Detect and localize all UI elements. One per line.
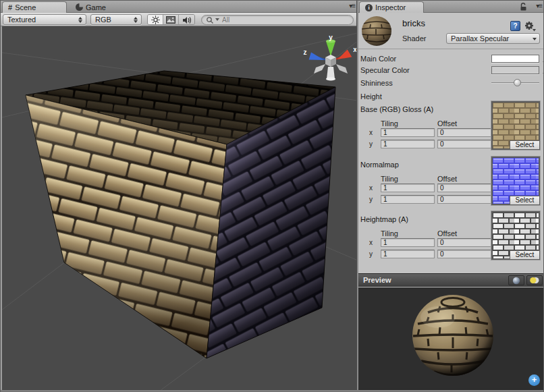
scene-search-field[interactable] <box>201 15 354 25</box>
scene-gizmo[interactable]: y x z <box>304 34 358 81</box>
image-icon <box>166 16 175 24</box>
chevron-down-icon <box>533 38 537 40</box>
shader-label: Shader <box>402 34 426 43</box>
specular-color-swatch[interactable] <box>491 66 539 74</box>
color-channels-dropdown[interactable]: RGB <box>90 14 142 25</box>
preview-header[interactable]: Preview <box>358 273 544 287</box>
tiling-x-input[interactable] <box>381 238 435 247</box>
preview-sphere <box>358 287 544 390</box>
select-texture-button[interactable]: Select <box>510 140 540 150</box>
inspector-panel: bricks Shader Parallax Specular ? Main C… <box>358 13 544 391</box>
offset-y-input[interactable] <box>437 195 492 204</box>
scene-toolbar: Textured RGB <box>1 13 358 26</box>
stepper-icon <box>78 17 83 24</box>
render-mode-dropdown[interactable]: Textured <box>3 14 86 25</box>
grid-icon: # <box>8 3 12 11</box>
texture-section-title: Heightmap (A) <box>360 215 408 223</box>
main-color-swatch[interactable] <box>491 55 539 63</box>
offset-x-input[interactable] <box>437 128 492 137</box>
tiling-x-input[interactable] <box>381 184 435 192</box>
render-mode-value: Textured <box>7 16 36 24</box>
scene-panel-menu-icon[interactable]: ▾≡ <box>349 2 355 9</box>
select-texture-button[interactable]: Select <box>510 250 540 260</box>
preview-title: Preview <box>363 276 391 284</box>
lighting-toggle-icon <box>529 277 540 284</box>
offset-x-input[interactable] <box>437 184 492 192</box>
tiling-header: Tiling <box>381 229 398 237</box>
search-icon <box>206 16 214 24</box>
plus-icon[interactable]: + <box>528 374 540 386</box>
color-channels-value: RGB <box>95 16 111 24</box>
gizmo-cube[interactable] <box>325 55 336 67</box>
x-axis-label: x <box>366 184 373 192</box>
panel-splitter[interactable] <box>356 1 358 392</box>
height-label: Height <box>360 91 382 102</box>
material-sphere-thumbnail[interactable] <box>361 16 392 47</box>
scene-tab-label: Scene <box>15 3 36 11</box>
material-name: bricks <box>402 18 425 28</box>
texture-section-title: Base (RGB) Gloss (A) <box>360 105 433 113</box>
tiling-header: Tiling <box>381 119 398 128</box>
x-axis-label: x <box>366 239 373 246</box>
specular-color-label: Specular Color <box>360 65 410 76</box>
preview-lighting-button[interactable] <box>526 275 543 285</box>
stepper-icon <box>134 17 138 24</box>
y-axis-label: y <box>366 196 373 203</box>
tiling-y-input[interactable] <box>381 195 435 204</box>
texture-section-base: Base (RGB) Gloss (A) Tiling Offset x y <box>360 102 543 156</box>
tab-game[interactable]: Game <box>70 1 115 13</box>
main-color-label: Main Color <box>360 53 396 64</box>
game-icon <box>76 3 83 11</box>
inspector-tab-label: Inspector <box>375 3 406 11</box>
x-axis-label: x <box>366 129 373 136</box>
gear-icon[interactable] <box>524 21 536 32</box>
search-input[interactable] <box>221 16 335 24</box>
sphere-icon <box>512 277 520 285</box>
viewport-toggle-group <box>147 14 195 25</box>
sun-icon <box>151 16 160 24</box>
slider-knob[interactable] <box>514 79 521 86</box>
shininess-label: Shininess <box>360 78 393 88</box>
lock-icon[interactable] <box>520 3 527 11</box>
offset-y-input[interactable] <box>437 140 492 148</box>
offset-header: Offset <box>437 229 457 237</box>
search-filter-arrow-icon <box>215 18 219 22</box>
offset-x-input[interactable] <box>437 238 492 247</box>
offset-header: Offset <box>437 119 457 128</box>
offset-header: Offset <box>437 175 457 183</box>
select-texture-button[interactable]: Select <box>510 196 540 205</box>
gizmo-z-label[interactable]: z <box>304 49 307 56</box>
material-header: bricks Shader Parallax Specular ? <box>358 13 544 49</box>
gizmo-y-label[interactable]: y <box>329 34 333 41</box>
tiling-y-input[interactable] <box>381 140 435 148</box>
tiling-header: Tiling <box>381 175 398 183</box>
game-tab-label: Game <box>86 3 106 11</box>
image-effects-toggle-button[interactable] <box>163 15 179 25</box>
lighting-toggle-button[interactable] <box>148 15 163 25</box>
audio-toggle-button[interactable] <box>179 15 194 25</box>
texture-section-title: Normalmap <box>360 161 399 169</box>
brick-cube[interactable] <box>26 71 335 358</box>
info-icon: i <box>365 4 373 11</box>
tab-scene[interactable]: # Scene <box>2 1 67 13</box>
tab-inspector[interactable]: i Inspector <box>359 1 424 13</box>
scene-tabstrip: # Scene Game ▾≡ <box>1 1 358 13</box>
material-properties: Main Color Specular Color Shininess Heig… <box>360 53 543 75</box>
tiling-y-input[interactable] <box>381 250 435 258</box>
speaker-icon <box>182 16 192 24</box>
y-axis-label: y <box>366 250 373 258</box>
help-icon[interactable]: ? <box>510 21 520 31</box>
preview-content[interactable]: + <box>358 287 544 390</box>
y-axis-label: y <box>366 140 373 148</box>
shader-dropdown[interactable]: Parallax Specular <box>446 33 540 44</box>
preview-mesh-button[interactable] <box>508 275 524 285</box>
texture-section-normalmap: Normalmap Tiling Offset x y <box>360 157 543 211</box>
scene-viewport[interactable]: y x z <box>1 26 358 391</box>
unity-editor-window: # Scene Game ▾≡ Textured RGB <box>0 0 544 392</box>
tiling-x-input[interactable] <box>381 128 435 137</box>
scene-3d-view: y x z <box>2 26 358 391</box>
inspector-tabstrip: i Inspector ▾≡ <box>358 1 544 13</box>
shininess-slider[interactable] <box>491 78 539 88</box>
inspector-panel-menu-icon[interactable]: ▾≡ <box>536 2 542 9</box>
offset-y-input[interactable] <box>437 250 492 258</box>
